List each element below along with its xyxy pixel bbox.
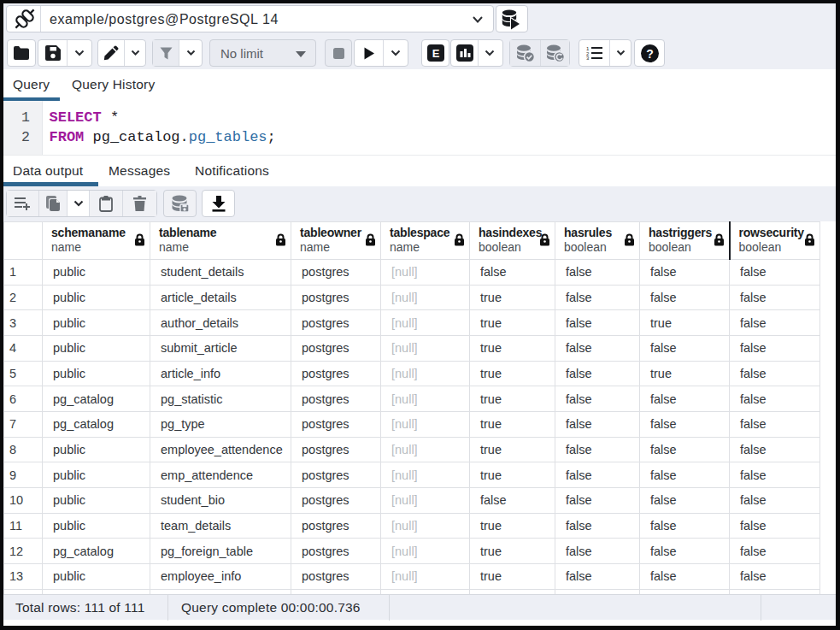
svg-text:3: 3: [586, 56, 590, 60]
svg-text:?: ?: [646, 47, 654, 61]
svg-text:E: E: [432, 47, 439, 60]
